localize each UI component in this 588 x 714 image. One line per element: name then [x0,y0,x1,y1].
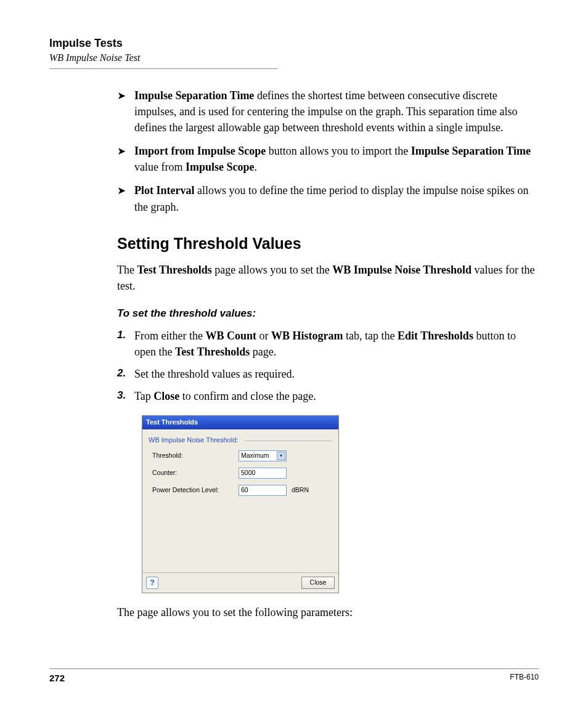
counter-input[interactable]: 5000 [239,468,287,479]
test-thresholds-dialog: Test Thresholds WB Impulse Noise Thresho… [142,415,339,593]
bullet-item: ➤ Plot Interval allows you to define the… [117,182,539,214]
page-number: 272 [49,673,65,683]
bullet-arrow-icon: ➤ [117,87,134,136]
dialog-titlebar: Test Thresholds [142,416,338,429]
threshold-dropdown[interactable]: Maximum ▾ [239,450,287,461]
header-rule [49,68,277,69]
pdl-label: Power Detection Level: [152,485,239,495]
bullet-text: Import from Impulse Scope button allows … [134,143,539,175]
step-text: Tap Close to confirm and close the page. [134,388,539,404]
step-item: 3. Tap Close to confirm and close the pa… [117,388,539,404]
section-heading: Setting Threshold Values [117,232,539,254]
dialog-body: WB Impulse Noise Threshold: Threshold: M… [142,429,338,572]
header-section-title: WB Impulse Noise Test [49,52,539,63]
dialog-footer: ? Close [142,572,338,593]
closing-paragraph: The page allows you to set the following… [117,604,539,620]
bullet-text: Impulse Separation Time defines the shor… [134,87,539,136]
chevron-down-icon[interactable]: ▾ [277,452,285,460]
bullet-text: Plot Interval allows you to define the t… [134,182,539,214]
bullet-arrow-icon: ➤ [117,182,134,214]
page-footer: 272 FTB-610 [49,668,539,683]
bullet-item: ➤ Import from Impulse Scope button allow… [117,143,539,175]
bullet-item: ➤ Impulse Separation Time defines the sh… [117,87,539,136]
help-icon[interactable]: ? [146,577,158,589]
threshold-value: Maximum [241,451,269,460]
step-text: Set the threshold values as required. [134,366,539,382]
instruction-heading: To set the threshold values: [117,306,539,322]
counter-value: 5000 [241,468,255,477]
counter-label: Counter: [152,468,239,477]
step-item: 1. From either the WB Count or WB Histog… [117,328,539,360]
pdl-unit: dBRN [292,485,309,495]
dialog-group-label: WB Impulse Noise Threshold: [149,436,332,445]
close-button[interactable]: Close [301,577,335,589]
step-number: 2. [117,366,134,382]
threshold-row: Threshold: Maximum ▾ [152,450,332,461]
threshold-label: Threshold: [152,451,239,460]
pdl-input[interactable]: 60 [239,485,287,496]
step-number: 3. [117,388,134,404]
document-id: FTB-610 [510,673,539,683]
intro-paragraph: The Test Thresholds page allows you to s… [117,262,539,294]
counter-row: Counter: 5000 [152,468,332,479]
dialog-spacer [149,502,332,570]
step-number: 1. [117,328,134,360]
bullet-arrow-icon: ➤ [117,143,134,175]
step-text: From either the WB Count or WB Histogram… [134,328,539,360]
footer-rule [49,668,539,669]
page-content: ➤ Impulse Separation Time defines the sh… [117,87,539,620]
pdl-row: Power Detection Level: 60 dBRN [152,485,332,496]
pdl-value: 60 [241,485,248,495]
header-chapter-title: Impulse Tests [49,37,539,50]
step-item: 2. Set the threshold values as required. [117,366,539,382]
